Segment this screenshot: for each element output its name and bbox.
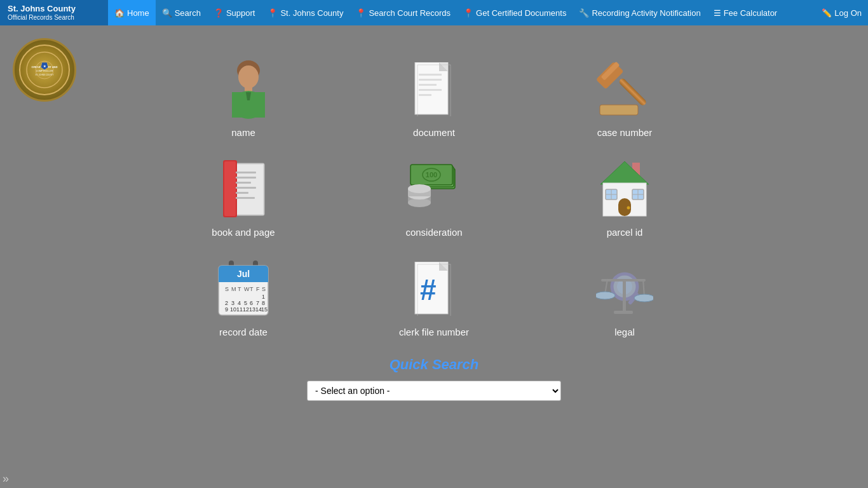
brand-subtitle: Official Records Search	[8, 14, 100, 22]
logon-icon: ✏️	[822, 8, 832, 18]
grid-item-document[interactable]: document	[364, 57, 504, 138]
logo: CIRCUIT COURT AND COMPTROLLER ST. JOHNS …	[13, 38, 76, 102]
grid-item-record-date[interactable]: Jul S M T W T F S 1 2 3 4 5 6	[173, 257, 313, 337]
svg-rect-18	[419, 89, 442, 91]
nav-label-search-court: Search Court Records	[369, 8, 451, 18]
search-icon: 🔍	[162, 8, 172, 18]
svg-text:M: M	[231, 286, 236, 292]
svg-rect-30	[236, 177, 256, 179]
nav-label-logon: Log On	[834, 8, 862, 18]
parcel-id-label: parcel id	[607, 227, 643, 238]
svg-point-51	[627, 207, 630, 210]
book-icon	[218, 160, 269, 217]
book-and-page-label: book and page	[212, 227, 275, 238]
nav-right: ✏️ Log On	[815, 0, 868, 25]
home-icon: 🏠	[114, 8, 125, 18]
grid-item-clerk-file-number[interactable]: # clerk file number	[364, 257, 504, 337]
svg-text:COMPTROLLER: COMPTROLLER	[36, 70, 53, 72]
svg-rect-96	[614, 311, 633, 314]
support-icon: ❓	[214, 8, 224, 18]
grid-item-parcel-id[interactable]: parcel id	[555, 157, 695, 238]
svg-rect-32	[236, 187, 256, 189]
nav-item-support[interactable]: ❓ Support	[207, 0, 262, 25]
svg-text:6: 6	[250, 300, 253, 306]
search-grid: name document	[173, 57, 695, 337]
quick-search-select[interactable]: - Select an option - Name Search Documen…	[307, 381, 561, 401]
gavel-icon-wrap	[593, 57, 656, 121]
svg-text:2: 2	[225, 300, 228, 306]
house-icon-wrap	[593, 157, 656, 220]
record-date-label: record date	[219, 327, 268, 337]
svg-text:4: 4	[238, 300, 241, 306]
nav-item-st-johns[interactable]: 📍 St. Johns County	[261, 0, 349, 25]
svg-rect-16	[419, 79, 442, 81]
nav-item-certified-docs[interactable]: 📍 Get Certified Documents	[457, 0, 573, 25]
svg-point-100	[634, 294, 653, 302]
svg-rect-34	[236, 197, 255, 199]
wrench-icon: 🔧	[579, 8, 589, 18]
nav-item-search-court[interactable]: 📍 Search Court Records	[349, 0, 457, 25]
svg-text:5: 5	[244, 300, 247, 306]
svg-text:T: T	[238, 286, 241, 292]
nav-label-recording: Recording Activity Notification	[592, 8, 700, 18]
svg-rect-15	[419, 74, 442, 76]
svg-text:ST. JOHNS COUNTY: ST. JOHNS COUNTY	[36, 74, 54, 76]
nav-item-home[interactable]: 🏠 Home	[108, 0, 156, 25]
svg-text:10: 10	[230, 306, 236, 313]
logo-svg: CIRCUIT COURT AND COMPTROLLER ST. JOHNS …	[25, 51, 64, 89]
nav-item-search[interactable]: 🔍 Search	[156, 0, 207, 25]
logo-inner: CIRCUIT COURT AND COMPTROLLER ST. JOHNS …	[19, 44, 70, 95]
nav-label-fee: Fee Calculator	[724, 8, 778, 18]
nav-item-fee-calc[interactable]: ☰ Fee Calculator	[707, 0, 784, 25]
svg-text:T: T	[250, 286, 254, 292]
nav-item-recording[interactable]: 🔧 Recording Activity Notification	[573, 0, 707, 25]
name-label: name	[231, 127, 255, 138]
grid-item-legal[interactable]: legal	[555, 257, 695, 337]
clerk-file-number-label: clerk file number	[399, 327, 469, 337]
bottom-arrow[interactable]: »	[0, 470, 11, 488]
calendar-icon-wrap: Jul S M T W T F S 1 2 3 4 5 6	[212, 257, 275, 320]
svg-rect-19	[419, 94, 431, 96]
book-icon-wrap	[212, 157, 275, 220]
svg-text:3: 3	[231, 300, 234, 306]
person-icon	[218, 59, 269, 119]
svg-text:12: 12	[243, 306, 249, 313]
grid-item-consideration[interactable]: 100 consideration	[364, 157, 504, 238]
svg-point-99	[596, 292, 615, 299]
svg-point-42	[408, 198, 431, 207]
nav-label-search: Search	[175, 8, 201, 18]
nav-items: 🏠 Home 🔍 Search ❓ Support 📍 St. Johns Co…	[108, 0, 783, 25]
grid-item-name[interactable]: name	[173, 57, 313, 138]
svg-rect-17	[419, 84, 437, 86]
svg-rect-21	[600, 105, 638, 115]
scales-icon-wrap	[593, 257, 656, 320]
svg-text:7: 7	[256, 300, 259, 306]
money-icon: 100	[405, 163, 463, 214]
hash-document-icon: #	[414, 262, 455, 316]
grid-item-book-and-page[interactable]: book and page	[173, 157, 313, 238]
document-icon-wrap	[402, 57, 466, 121]
document-label: document	[413, 127, 455, 138]
name-icon-wrap	[212, 57, 275, 121]
svg-rect-23	[595, 61, 623, 89]
house-icon	[599, 160, 650, 217]
brand: St. Johns County Official Records Search	[0, 0, 108, 25]
nav-label-certified: Get Certified Documents	[476, 8, 566, 18]
location-icon-stjohns: 📍	[268, 8, 278, 18]
grid-item-case-number[interactable]: case number	[555, 57, 695, 138]
svg-text:13: 13	[249, 306, 255, 313]
svg-text:S: S	[262, 286, 266, 292]
svg-text:W: W	[244, 286, 250, 292]
svg-rect-31	[236, 182, 251, 184]
svg-text:Jul: Jul	[237, 269, 250, 279]
nav-item-logon[interactable]: ✏️ Log On	[815, 0, 868, 25]
svg-rect-33	[236, 192, 248, 194]
svg-text:100: 100	[426, 171, 437, 179]
svg-rect-28	[224, 161, 236, 216]
svg-text:8: 8	[262, 300, 265, 306]
list-icon: ☰	[714, 8, 721, 18]
consideration-label: consideration	[405, 227, 462, 238]
svg-rect-29	[236, 172, 256, 173]
svg-rect-22	[618, 77, 647, 106]
nav-label-support: Support	[226, 8, 255, 18]
